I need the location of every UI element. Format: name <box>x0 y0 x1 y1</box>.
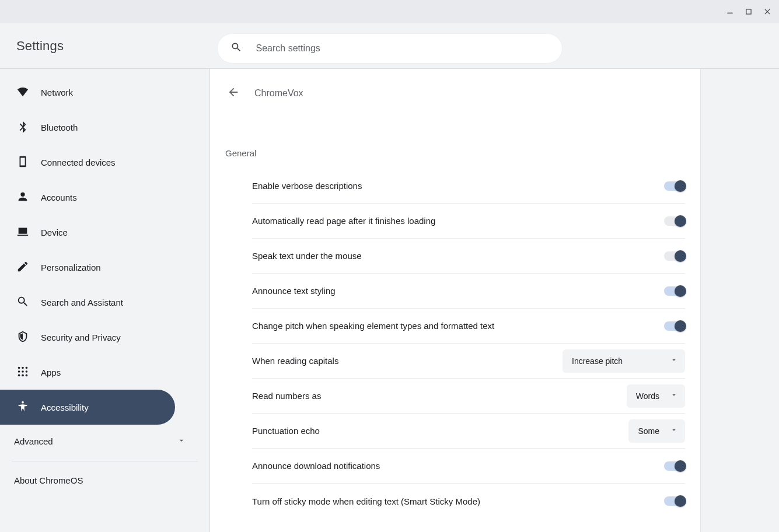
setting-label: Turn off sticky mode when editing text (… <box>252 496 492 506</box>
sidebar-item-apps[interactable]: Apps <box>0 355 175 390</box>
settings-card: ChromeVox General Enable verbose descrip… <box>210 69 700 532</box>
window-titlebar <box>0 0 779 23</box>
svg-point-3 <box>22 366 24 369</box>
svg-point-7 <box>26 370 28 373</box>
setting-read-numbers-as: Read numbers as Words <box>252 379 685 414</box>
sidebar-item-label: Accounts <box>41 192 77 202</box>
arrow-left-icon <box>227 86 240 101</box>
sidebar-item-accessibility[interactable]: Accessibility <box>0 390 175 425</box>
svg-point-6 <box>22 370 24 373</box>
toggle-verbose-descriptions[interactable] <box>664 181 685 191</box>
toggle-announce-downloads[interactable] <box>664 461 685 471</box>
svg-point-2 <box>18 366 20 369</box>
setting-label: Announce text styling <box>252 286 347 296</box>
toggle-speak-under-mouse[interactable] <box>664 251 685 261</box>
chevron-down-icon <box>670 356 678 366</box>
sidebar-item-device[interactable]: Device <box>0 215 175 250</box>
sidebar: Network Bluetooth Connected devices Acco… <box>0 69 210 532</box>
setting-label: Enable verbose descriptions <box>252 181 373 191</box>
sidebar-item-security-privacy[interactable]: Security and Privacy <box>0 320 175 355</box>
search-input[interactable] <box>255 43 549 54</box>
chevron-down-icon <box>670 426 678 436</box>
dropdown-value: Increase pitch <box>572 356 623 366</box>
page-title: ChromeVox <box>254 88 303 99</box>
page-header: ChromeVox <box>210 69 700 102</box>
content-area: ChromeVox General Enable verbose descrip… <box>210 69 779 532</box>
person-icon <box>16 190 29 205</box>
shield-icon <box>16 330 29 345</box>
svg-point-9 <box>22 374 24 376</box>
setting-announce-downloads: Announce download notifications <box>252 449 685 484</box>
svg-point-10 <box>26 374 28 376</box>
chevron-down-icon <box>177 436 186 447</box>
pencil-icon <box>16 260 29 275</box>
dropdown-read-numbers-as[interactable]: Words <box>627 384 685 408</box>
svg-point-8 <box>18 374 20 376</box>
setting-label: Read numbers as <box>252 391 333 401</box>
about-label: About ChromeOS <box>14 475 83 485</box>
dropdown-value: Some <box>638 426 659 436</box>
advanced-label: Advanced <box>14 436 53 446</box>
setting-label: Automatically read page after it finishe… <box>252 216 447 226</box>
bluetooth-icon <box>16 120 29 135</box>
sidebar-item-search-assistant[interactable]: Search and Assistant <box>0 285 175 320</box>
sidebar-item-bluetooth[interactable]: Bluetooth <box>0 110 175 145</box>
svg-point-5 <box>18 370 20 373</box>
dropdown-reading-capitals[interactable]: Increase pitch <box>563 349 685 373</box>
sidebar-item-connected-devices[interactable]: Connected devices <box>0 145 175 180</box>
setting-announce-text-styling: Announce text styling <box>252 274 685 309</box>
toggle-change-pitch[interactable] <box>664 321 685 331</box>
section-title-general: General <box>210 102 700 158</box>
search-settings[interactable] <box>218 34 562 63</box>
wifi-icon <box>16 85 29 100</box>
svg-point-4 <box>26 366 28 369</box>
window-maximize-button[interactable] <box>743 6 754 18</box>
app-title: Settings <box>16 38 64 54</box>
setting-speak-under-mouse: Speak text under the mouse <box>252 239 685 274</box>
search-icon <box>230 41 242 55</box>
search-icon <box>16 295 29 310</box>
sidebar-item-label: Apps <box>41 368 61 377</box>
phone-icon <box>16 155 29 170</box>
svg-point-11 <box>22 401 24 403</box>
setting-punctuation-echo: Punctuation echo Some <box>252 414 685 449</box>
setting-reading-capitals: When reading capitals Increase pitch <box>252 344 685 379</box>
svg-rect-0 <box>727 13 732 13</box>
sidebar-item-network[interactable]: Network <box>0 75 175 110</box>
setting-label: Change pitch when speaking element types… <box>252 321 506 331</box>
setting-label: Speak text under the mouse <box>252 251 373 261</box>
settings-list: Enable verbose descriptions Automaticall… <box>210 158 700 519</box>
sidebar-item-label: Security and Privacy <box>41 332 121 342</box>
window-close-button[interactable] <box>761 6 773 18</box>
sidebar-item-personalization[interactable]: Personalization <box>0 250 175 285</box>
sidebar-about-chromeos[interactable]: About ChromeOS <box>0 465 209 496</box>
setting-label: When reading capitals <box>252 356 350 366</box>
sidebar-item-label: Accessibility <box>41 402 89 412</box>
sidebar-item-label: Device <box>41 228 68 237</box>
setting-label: Punctuation echo <box>252 426 331 436</box>
setting-auto-read-page: Automatically read page after it finishe… <box>252 204 685 239</box>
toggle-smart-sticky-mode[interactable] <box>664 496 685 506</box>
setting-change-pitch: Change pitch when speaking element types… <box>252 309 685 344</box>
setting-verbose-descriptions: Enable verbose descriptions <box>252 169 685 204</box>
toggle-announce-text-styling[interactable] <box>664 286 685 296</box>
sidebar-divider <box>12 461 198 461</box>
back-button[interactable] <box>225 85 242 102</box>
setting-smart-sticky-mode: Turn off sticky mode when editing text (… <box>252 484 685 519</box>
sidebar-advanced-toggle[interactable]: Advanced <box>0 425 209 457</box>
toggle-auto-read-page[interactable] <box>664 216 685 226</box>
accessibility-icon <box>16 400 29 415</box>
apps-icon <box>16 365 29 380</box>
chevron-down-icon <box>670 391 678 401</box>
setting-label: Announce download notifications <box>252 461 392 471</box>
sidebar-item-label: Search and Assistant <box>41 298 123 307</box>
dropdown-value: Words <box>636 391 659 401</box>
dropdown-punctuation-echo[interactable]: Some <box>628 419 685 443</box>
sidebar-item-accounts[interactable]: Accounts <box>0 180 175 215</box>
laptop-icon <box>16 225 29 240</box>
sidebar-item-label: Network <box>41 88 73 97</box>
window-minimize-button[interactable] <box>724 6 736 18</box>
svg-rect-1 <box>746 9 751 14</box>
sidebar-item-label: Connected devices <box>41 158 116 167</box>
sidebar-item-label: Personalization <box>41 262 101 272</box>
